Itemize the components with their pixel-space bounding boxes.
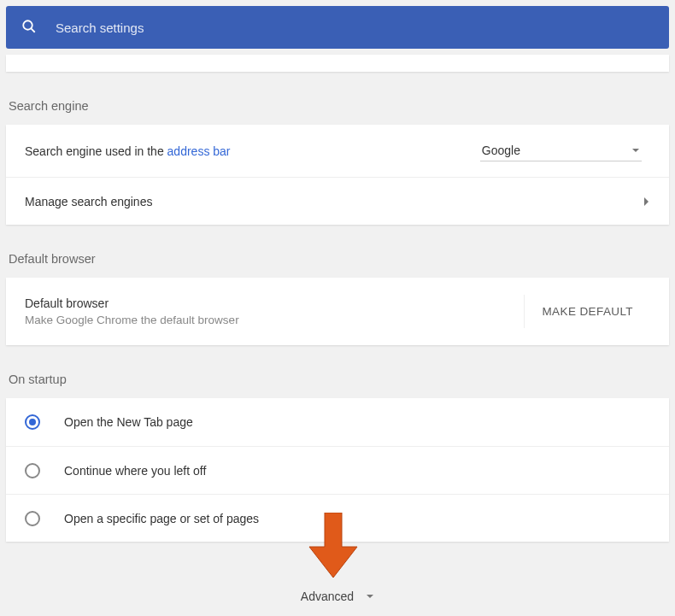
manage-search-engines-label: Manage search engines <box>25 195 643 208</box>
search-input[interactable] <box>56 21 654 35</box>
make-default-button[interactable]: MAKE DEFAULT <box>524 295 650 328</box>
search-bar[interactable] <box>6 6 669 49</box>
dropdown-icon <box>631 146 640 155</box>
search-engine-label-prefix: Search engine used in the <box>25 144 167 158</box>
startup-option-continue[interactable]: Continue where you left off <box>6 446 669 494</box>
startup-option-label-1: Continue where you left off <box>64 464 650 478</box>
search-icon <box>21 19 37 37</box>
radio-specific[interactable] <box>25 511 40 526</box>
startup-option-label-0: Open the New Tab page <box>64 415 650 429</box>
advanced-label: Advanced <box>301 590 354 603</box>
search-engine-row[interactable]: Search engine used in the address bar Go… <box>6 125 669 177</box>
default-browser-label: Default browser <box>25 296 524 310</box>
default-browser-row: Default browser Make Google Chrome the d… <box>6 278 669 345</box>
default-browser-label-group: Default browser Make Google Chrome the d… <box>25 296 524 326</box>
startup-option-new-tab[interactable]: Open the New Tab page <box>6 398 669 446</box>
search-engine-selected-value: Google <box>482 144 520 157</box>
manage-search-engines-row[interactable]: Manage search engines <box>6 177 669 225</box>
default-browser-card: Default browser Make Google Chrome the d… <box>6 278 669 345</box>
search-engine-label: Search engine used in the address bar <box>25 144 480 158</box>
search-engine-select[interactable]: Google <box>480 140 642 161</box>
radio-continue[interactable] <box>25 463 40 478</box>
section-title-search-engine: Search engine <box>9 99 675 113</box>
section-title-default-browser: Default browser <box>9 252 675 266</box>
startup-card: Open the New Tab page Continue where you… <box>6 398 669 542</box>
chevron-right-icon <box>643 197 650 207</box>
startup-option-specific[interactable]: Open a specific page or set of pages <box>6 494 669 542</box>
chevron-down-icon <box>366 592 374 601</box>
svg-point-0 <box>23 21 32 30</box>
address-bar-link[interactable]: address bar <box>167 144 231 158</box>
startup-option-label-2: Open a specific page or set of pages <box>64 512 650 525</box>
radio-new-tab[interactable] <box>25 414 40 430</box>
advanced-toggle[interactable]: Advanced <box>0 590 675 603</box>
search-engine-card: Search engine used in the address bar Go… <box>6 125 669 225</box>
section-title-startup: On startup <box>9 373 675 386</box>
default-browser-sub: Make Google Chrome the default browser <box>25 314 524 326</box>
svg-line-1 <box>31 28 34 32</box>
previous-section-card <box>6 55 669 72</box>
